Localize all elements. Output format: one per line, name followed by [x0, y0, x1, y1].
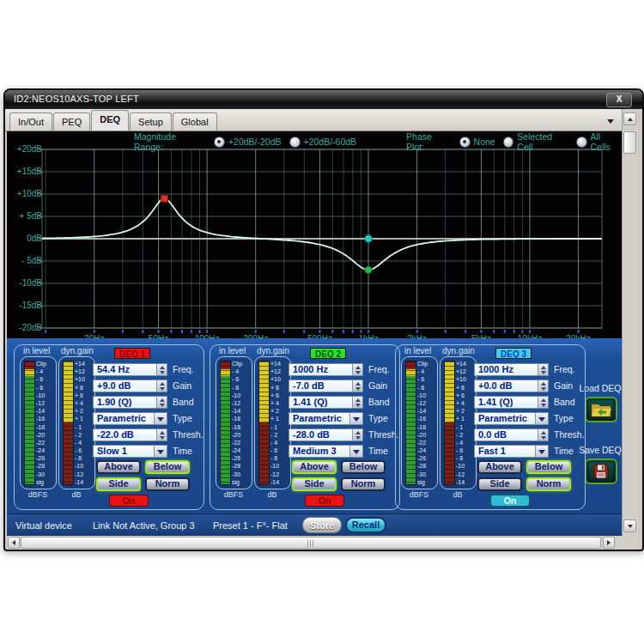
spinner-up-icon[interactable] [541, 382, 546, 386]
spinner-down-icon[interactable] [355, 436, 361, 440]
phase-plot-radio[interactable] [459, 137, 471, 148]
spinner[interactable] [352, 364, 362, 375]
above-button[interactable]: Above [292, 460, 337, 474]
time-field[interactable]: Medium 3 [289, 445, 363, 458]
type-field[interactable]: Parametric [474, 412, 549, 425]
side-button[interactable]: Side [96, 477, 141, 491]
spinner-down-icon[interactable] [355, 404, 361, 407]
spinner[interactable] [156, 429, 167, 440]
spinner[interactable] [352, 397, 362, 408]
spinner-down-icon[interactable] [355, 387, 361, 391]
below-button[interactable]: Below [526, 460, 571, 474]
thresh-field[interactable]: -22.0 dB [93, 428, 167, 441]
time-field[interactable]: Slow 1 [93, 445, 167, 458]
spinner-up-icon[interactable] [541, 366, 546, 369]
gain-field[interactable]: +9.0 dB [93, 380, 167, 392]
dropdown-button[interactable] [154, 446, 167, 457]
spinner-up-icon[interactable] [160, 366, 165, 369]
spinner[interactable] [538, 429, 548, 440]
band-marker-3[interactable] [365, 235, 372, 242]
spinner[interactable] [156, 364, 167, 375]
spinner-up-icon[interactable] [541, 431, 546, 434]
spinner-down-icon[interactable] [160, 436, 165, 440]
dropdown-button[interactable] [535, 446, 548, 457]
spinner[interactable] [538, 364, 548, 375]
vertical-scroll-thumb[interactable] [623, 131, 636, 154]
side-button[interactable]: Side [477, 477, 522, 491]
freq-field[interactable]: 1000 Hz [474, 363, 549, 376]
type-field[interactable]: Parametric [93, 412, 167, 425]
spinner-up-icon[interactable] [355, 366, 361, 369]
band-field[interactable]: 1.41 (Q) [289, 396, 363, 409]
spinner-down-icon[interactable] [541, 371, 546, 374]
norm-button[interactable]: Norm [341, 477, 386, 491]
spinner[interactable] [538, 397, 548, 408]
spinner[interactable] [352, 380, 362, 392]
spinner-down-icon[interactable] [541, 387, 546, 391]
spinner-up-icon[interactable] [160, 398, 165, 402]
on-button[interactable]: On [305, 495, 344, 507]
on-button[interactable]: On [490, 495, 530, 507]
tab-deq[interactable]: DEQ [91, 110, 129, 131]
spinner-up-icon[interactable] [160, 431, 165, 434]
scroll-up-button[interactable] [623, 112, 636, 125]
dropdown-button[interactable] [349, 446, 362, 457]
magnitude-range-radio[interactable] [214, 137, 225, 148]
band-marker-2[interactable] [365, 266, 372, 273]
spinner-down-icon[interactable] [160, 371, 165, 374]
magnitude-range-option[interactable]: +20dB/-60dB [289, 137, 357, 148]
spinner-down-icon[interactable] [160, 404, 165, 407]
spinner-up-icon[interactable] [160, 382, 165, 386]
tab-global[interactable]: Global [173, 112, 217, 131]
phase-plot-radio[interactable] [576, 137, 587, 148]
title-bar[interactable]: ID2:NEOS10AXS-TOP LEFT X [5, 90, 642, 109]
band-field[interactable]: 1.90 (Q) [93, 396, 167, 409]
band-marker-1[interactable] [161, 195, 167, 202]
gain-field[interactable]: -7.0 dB [289, 380, 363, 392]
store-button[interactable]: Store [302, 517, 342, 533]
gain-field[interactable]: +0.0 dB [474, 380, 549, 392]
on-button[interactable]: On [109, 495, 149, 507]
phase-plot-radio[interactable] [503, 137, 514, 148]
spinner-down-icon[interactable] [541, 404, 546, 407]
vertical-scrollbar[interactable] [622, 109, 638, 536]
norm-button[interactable]: Norm [526, 477, 571, 491]
above-button[interactable]: Above [96, 460, 141, 474]
spinner[interactable] [156, 380, 167, 392]
scroll-right-button[interactable] [603, 537, 615, 549]
time-field[interactable]: Fast 1 [474, 445, 549, 458]
side-button[interactable]: Side [292, 477, 337, 491]
scroll-down-button[interactable] [623, 519, 636, 532]
load-deq-button[interactable] [585, 397, 617, 422]
below-button[interactable]: Below [145, 460, 190, 474]
close-button[interactable]: X [606, 93, 632, 107]
horizontal-scroll-thumb[interactable] [21, 537, 601, 549]
dropdown-button[interactable] [154, 413, 167, 424]
eq-response-plot[interactable]: 20Hz50Hz100Hz200Hz500Hz1kHz2kHz5kHz10kHz… [7, 147, 622, 338]
type-field[interactable]: Parametric [289, 412, 363, 425]
magnitude-range-radio[interactable] [289, 137, 301, 148]
save-deq-button[interactable] [585, 459, 617, 484]
spinner-down-icon[interactable] [160, 387, 165, 391]
spinner-up-icon[interactable] [541, 398, 546, 402]
recall-button[interactable]: Recall [345, 517, 386, 533]
tab-in-out[interactable]: In/Out [9, 112, 52, 131]
below-button[interactable]: Below [341, 460, 386, 474]
horizontal-scrollbar[interactable] [7, 536, 622, 550]
dropdown-button[interactable] [535, 413, 548, 424]
scroll-left-button[interactable] [8, 537, 20, 549]
magnitude-range-option[interactable]: +20dB/-20dB [214, 137, 282, 148]
spinner-up-icon[interactable] [355, 382, 361, 386]
spinner[interactable] [156, 397, 167, 408]
dropdown-button[interactable] [349, 413, 362, 424]
spinner-up-icon[interactable] [355, 398, 361, 402]
tab-peq[interactable]: PEQ [53, 112, 90, 131]
tab-setup[interactable]: Setup [130, 112, 172, 131]
spinner[interactable] [352, 429, 362, 440]
band-field[interactable]: 1.41 (Q) [474, 396, 549, 409]
spinner-down-icon[interactable] [355, 371, 361, 374]
spinner-down-icon[interactable] [541, 436, 546, 440]
above-button[interactable]: Above [477, 460, 522, 474]
tab-overflow-icon[interactable] [607, 119, 614, 124]
norm-button[interactable]: Norm [145, 477, 190, 491]
